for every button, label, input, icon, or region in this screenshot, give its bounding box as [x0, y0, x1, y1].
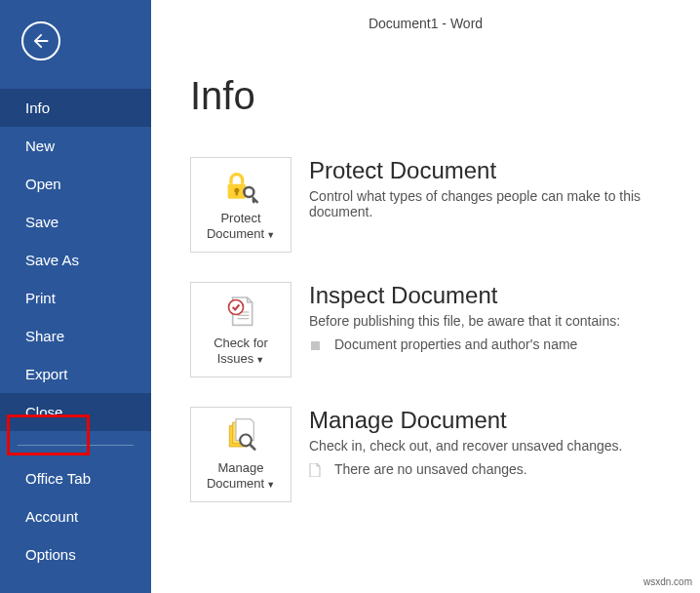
- nav-item-label: Office Tab: [25, 470, 91, 487]
- section-title: Protect Document: [309, 157, 700, 184]
- nav-item-label: Share: [25, 328, 64, 344]
- check-for-issues-tile[interactable]: Check for Issues▼: [190, 282, 292, 377]
- nav-list: Info New Open Save Save As Print Share E…: [0, 89, 151, 573]
- chevron-down-icon: ▼: [266, 480, 275, 490]
- nav-item-save-as[interactable]: Save As: [0, 241, 151, 279]
- nav-item-label: Options: [25, 546, 76, 563]
- tile-label: Protect Document▼: [191, 211, 291, 241]
- manage-document-tile[interactable]: Manage Document▼: [190, 407, 292, 502]
- backstage-sidebar: Info New Open Save Save As Print Share E…: [0, 0, 151, 593]
- tile-label: Check for Issues▼: [191, 336, 291, 366]
- main-panel: Document1 - Word Info Protect Document▼ …: [151, 0, 700, 593]
- nav-item-label: Export: [25, 366, 67, 382]
- nav-item-label: Save: [25, 214, 58, 230]
- nav-item-account[interactable]: Account: [0, 497, 151, 535]
- nav-item-label: New: [25, 138, 55, 154]
- nav-item-label: Close: [25, 404, 62, 420]
- nav-item-label: Save As: [25, 252, 79, 268]
- nav-item-label: Account: [25, 508, 78, 525]
- chevron-down-icon: ▼: [266, 230, 275, 240]
- document-check-icon: [221, 293, 260, 332]
- section-title: Manage Document: [309, 407, 700, 434]
- nav-item-info[interactable]: Info: [0, 89, 151, 127]
- page-title: Info: [190, 74, 700, 118]
- nav-separator: [18, 445, 134, 446]
- section-desc: Before publishing this file, be aware th…: [309, 313, 680, 329]
- nav-item-open[interactable]: Open: [0, 165, 151, 203]
- chevron-down-icon: ▼: [255, 355, 264, 365]
- inspect-document-section: Check for Issues▼ Inspect Document Befor…: [190, 282, 700, 377]
- section-title: Inspect Document: [309, 282, 700, 309]
- protect-document-section: Protect Document▼ Protect Document Contr…: [190, 157, 700, 253]
- nav-item-share[interactable]: Share: [0, 317, 151, 355]
- inspect-list: Document properties and author's name: [309, 336, 700, 352]
- list-item: There are no unsaved changes.: [309, 461, 700, 477]
- nav-item-print[interactable]: Print: [0, 279, 151, 317]
- tile-label: Manage Document▼: [191, 460, 291, 491]
- watermark: wsxdn.com: [643, 576, 692, 587]
- nav-item-new[interactable]: New: [0, 127, 151, 165]
- svg-point-8: [240, 435, 252, 447]
- svg-line-9: [250, 445, 255, 451]
- nav-item-office-tab[interactable]: Office Tab: [0, 459, 151, 497]
- section-desc: Check in, check out, and recover unsaved…: [309, 438, 680, 454]
- section-desc: Control what types of changes people can…: [309, 188, 680, 219]
- nav-item-label: Info: [25, 99, 50, 116]
- nav-item-options[interactable]: Options: [0, 535, 151, 573]
- protect-document-tile[interactable]: Protect Document▼: [190, 157, 292, 253]
- list-item: Document properties and author's name: [309, 336, 700, 352]
- lock-key-icon: [221, 168, 260, 207]
- manage-document-section: Manage Document▼ Manage Document Check i…: [190, 407, 700, 502]
- nav-item-save[interactable]: Save: [0, 203, 151, 241]
- back-button[interactable]: [21, 21, 60, 60]
- document-stack-magnify-icon: [221, 417, 260, 456]
- nav-item-label: Print: [25, 290, 56, 306]
- manage-list: There are no unsaved changes.: [309, 461, 700, 477]
- nav-item-close[interactable]: Close: [0, 393, 151, 431]
- nav-item-export[interactable]: Export: [0, 355, 151, 393]
- arrow-left-icon: [30, 30, 52, 52]
- window-title: Document1 - Word: [151, 16, 700, 31]
- nav-item-label: Open: [25, 176, 61, 192]
- document-icon: [309, 463, 321, 477]
- svg-rect-2: [236, 192, 239, 196]
